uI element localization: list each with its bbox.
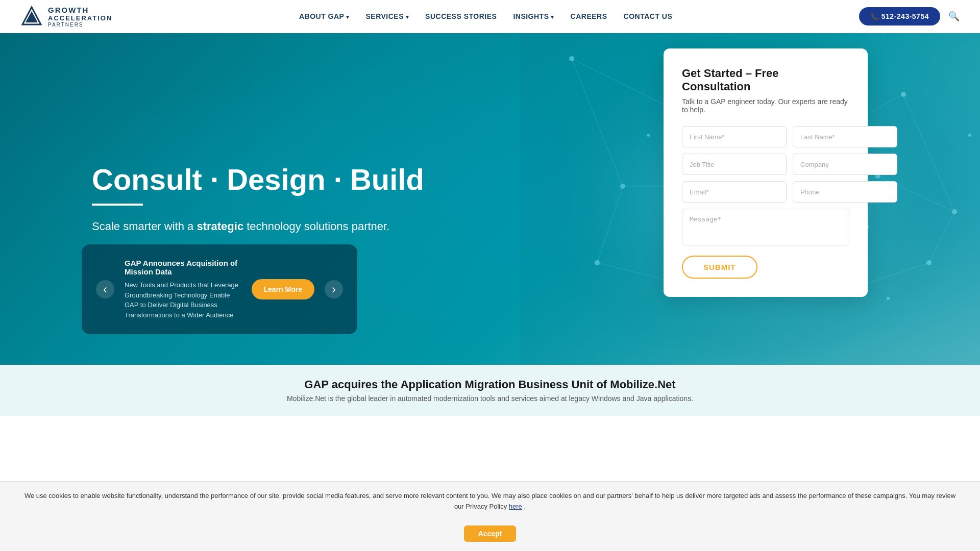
consultation-form: Get Started – Free Consultation Talk to … — [664, 48, 868, 297]
svg-point-29 — [901, 92, 906, 97]
learn-more-button[interactable]: Learn More — [252, 279, 314, 299]
nav-about-gap[interactable]: ABOUT GAP — [299, 12, 350, 20]
search-button[interactable]: 🔍 — [948, 11, 960, 22]
news-card: ‹ GAP Announces Acquisition of Mission D… — [82, 244, 357, 334]
cookie-message: We use cookies to enable website functio… — [24, 492, 955, 510]
subtitle-prefix: Scale smarter with a — [92, 220, 197, 233]
subtitle-suffix: technology solutions partner. — [243, 220, 389, 233]
logo-acceleration: ACCELERATION — [48, 14, 112, 22]
svg-line-3 — [572, 59, 674, 110]
logo: GROWTH ACCELERATION PARTNERS — [20, 5, 112, 28]
hero-divider — [92, 204, 143, 206]
message-input[interactable] — [682, 209, 849, 245]
form-title: Get Started – Free Consultation — [682, 67, 849, 93]
email-input[interactable] — [682, 181, 787, 203]
job-title-input[interactable] — [682, 154, 787, 175]
svg-point-43 — [647, 134, 650, 137]
news-description: New Tools and Products that Leverage Gro… — [125, 280, 241, 320]
nav-insights[interactable]: INSIGHTS — [513, 12, 554, 20]
logo-partners: PARTNERS — [48, 22, 112, 28]
banner-description: Mobilize.Net is the global leader in aut… — [287, 394, 693, 403]
news-title: GAP Announces Acquisition of Mission Dat… — [125, 259, 241, 276]
subtitle-bold: strategic — [197, 220, 243, 233]
logo-icon — [20, 5, 43, 28]
first-name-input[interactable] — [682, 126, 787, 147]
prev-arrow[interactable]: ‹ — [96, 280, 114, 298]
nav-services[interactable]: SERVICES — [366, 12, 409, 20]
name-row — [682, 126, 849, 147]
title-company-row — [682, 154, 849, 175]
nav-right: 📞 512-243-5754 🔍 — [859, 7, 960, 26]
logo-growth: GROWTH — [48, 6, 112, 14]
banner-title: GAP acquires the Application Migration B… — [304, 378, 675, 391]
search-icon: 🔍 — [948, 11, 960, 21]
last-name-input[interactable] — [793, 126, 897, 147]
phone-button[interactable]: 📞 512-243-5754 — [859, 7, 940, 26]
navbar: GROWTH ACCELERATION PARTNERS ABOUT GAP S… — [0, 0, 980, 33]
svg-point-25 — [569, 56, 574, 61]
svg-point-44 — [887, 297, 890, 300]
cookie-text: We use cookies to enable website functio… — [20, 491, 960, 512]
company-input[interactable] — [793, 154, 897, 175]
nav-success-stories[interactable]: SUCCESS STORIES — [425, 12, 497, 20]
submit-button[interactable]: SUBMIT — [682, 256, 757, 279]
next-arrow[interactable]: › — [325, 280, 343, 298]
cookie-suffix: . — [524, 503, 526, 510]
hero-section: Consult · Design · Build Scale smarter w… — [0, 33, 980, 365]
cookie-banner: We use cookies to enable website functio… — [0, 481, 980, 551]
nav-links: ABOUT GAP SERVICES SUCCESS STORIES INSIG… — [299, 12, 672, 20]
email-phone-row — [682, 181, 849, 203]
nav-careers[interactable]: CAREERS — [571, 12, 607, 20]
accept-cookies-button[interactable]: Accept — [464, 525, 517, 542]
svg-point-35 — [595, 260, 600, 265]
svg-point-39 — [926, 260, 932, 265]
bottom-banner: GAP acquires the Application Migration B… — [0, 365, 980, 416]
form-subtitle: Talk to a GAP engineer today. Our expert… — [682, 97, 849, 114]
news-content: GAP Announces Acquisition of Mission Dat… — [125, 259, 241, 320]
nav-contact-us[interactable]: CONTACT US — [624, 12, 673, 20]
svg-point-45 — [968, 134, 971, 137]
phone-input[interactable] — [793, 181, 897, 203]
privacy-policy-link[interactable]: here — [509, 503, 522, 510]
